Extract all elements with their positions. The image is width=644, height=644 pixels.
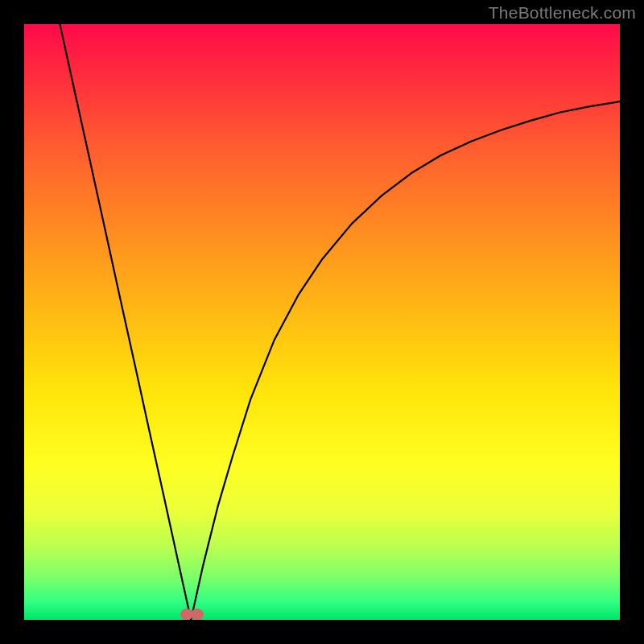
watermark-text: TheBottleneck.com	[489, 3, 636, 23]
chart-frame: TheBottleneck.com	[0, 0, 644, 644]
chart-curve-svg	[24, 24, 620, 620]
curve-path	[60, 24, 620, 620]
vertex-dot-b	[191, 609, 204, 620]
chart-plot-area	[24, 24, 620, 620]
